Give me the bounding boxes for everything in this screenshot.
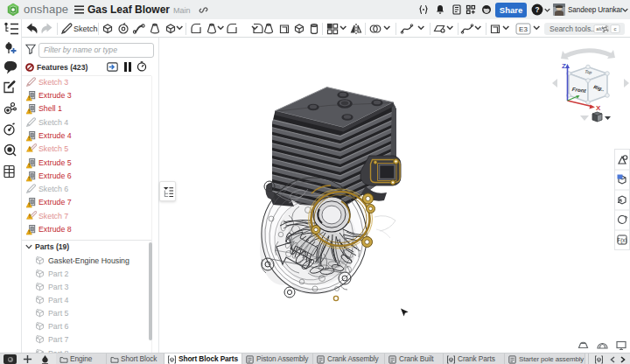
svg-text:X: X: [596, 104, 601, 112]
svg-text:F(x): F(x): [617, 237, 627, 244]
svg-text:Top: Top: [584, 69, 592, 75]
svg-text:Z: Z: [562, 62, 566, 70]
